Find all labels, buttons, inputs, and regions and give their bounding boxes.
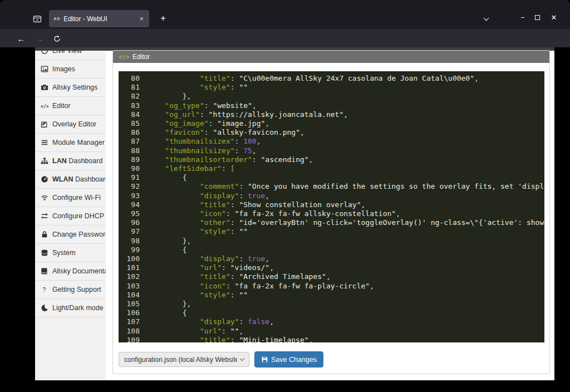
code-line: 95 "icon": "fa fa-2x fa-fw allsky-conste…	[119, 209, 544, 218]
sidebar-item-configure-dhcp[interactable]: Configure DHCP	[35, 207, 106, 226]
page-viewport: Live ViewImagesAllsky Settings</>EditorO…	[0, 47, 570, 392]
code-text: "url": "",	[148, 327, 243, 336]
sidebar-item-label: System	[52, 249, 76, 257]
image-icon	[41, 65, 48, 73]
panel-title: Editor	[132, 53, 150, 61]
code-line: 93 "display": true,	[119, 192, 544, 200]
code-text: "icon": "fa fa-2x fa-fw allsky-constella…	[148, 209, 400, 218]
file-select[interactable]: configuration.json (local Allsky Website…	[119, 352, 249, 367]
sidebar-item-lan-dashboard[interactable]: LAN Dashboard	[35, 152, 106, 170]
reload-button[interactable]	[50, 32, 63, 45]
sidebar-item-label: Change Password	[52, 231, 106, 238]
sitemap-icon	[41, 157, 48, 165]
code-line: 108 "url": "",	[119, 327, 544, 336]
code-text: "display": true,	[148, 192, 269, 200]
back-button[interactable]: ←	[14, 32, 28, 45]
browser-tab[interactable]: AS Editor - WebUI ×	[49, 10, 149, 27]
maximize-button[interactable]	[532, 13, 542, 22]
line-number: 100	[119, 254, 148, 263]
code-text: },	[148, 237, 191, 246]
line-number: 94	[119, 200, 148, 209]
line-number: 93	[119, 192, 148, 200]
system-icon	[41, 249, 48, 257]
list-icon	[41, 139, 48, 146]
code-line: 81 "style": ""	[119, 83, 544, 92]
sidebar-item-system[interactable]: System	[35, 244, 106, 262]
sidebar-item-live-view[interactable]: Live View	[35, 51, 106, 60]
code-line: 100 "display": true,	[119, 254, 544, 263]
code-line: 103 "icon": "fa fa-2x fa-fw fa-play-circ…	[119, 282, 544, 291]
code-line: 87 "thumbnailsizex": 100,	[119, 137, 544, 146]
code-line: 92 "comment": "Once you have modified th…	[119, 182, 544, 191]
code-line: 101 "url": "videos/",	[119, 263, 544, 272]
line-number: 109	[119, 336, 148, 342]
line-number: 104	[119, 291, 148, 300]
exchange-icon	[41, 212, 48, 220]
line-number: 105	[119, 300, 148, 308]
line-number: 80	[119, 74, 148, 83]
code-text: "style": ""	[148, 83, 248, 92]
sidebar: Live ViewImagesAllsky Settings</>EditorO…	[35, 51, 106, 380]
sidebar-item-editor[interactable]: </>Editor	[35, 97, 106, 115]
sidebar-item-label: Images	[52, 65, 75, 73]
page-scrollbar[interactable]	[550, 51, 554, 380]
firefox-view-icon[interactable]	[30, 12, 45, 26]
line-number: 99	[119, 246, 148, 254]
save-button-label: Save Changes	[271, 356, 317, 364]
line-number: 89	[119, 155, 148, 164]
code-text: },	[148, 300, 191, 308]
code-text: "title": "C\u00e0mera AllSky 24x7 casola…	[148, 74, 479, 83]
sidebar-item-configure-wi-fi[interactable]: Configure Wi-Fi	[35, 189, 106, 207]
line-number: 107	[119, 317, 148, 326]
code-line: 109 "title": "Mini-timelapse",	[119, 336, 544, 342]
new-tab-button[interactable]: +	[156, 11, 170, 26]
sidebar-item-images[interactable]: Images	[35, 60, 106, 79]
line-number: 102	[119, 272, 148, 281]
code-line: 84 "og_url": "https://allsky.joancatala.…	[119, 110, 544, 119]
code-line: 97 "style": ""	[119, 227, 544, 236]
sidebar-item-allsky-documentation[interactable]: Allsky Documentation	[35, 262, 106, 281]
save-icon	[261, 356, 268, 363]
line-number: 81	[119, 83, 148, 92]
sidebar-item-getting-support[interactable]: ?Getting Support	[35, 281, 106, 299]
code-text: "og_image": "image.jpg",	[148, 119, 269, 128]
gauge-icon	[41, 175, 48, 183]
code-text: "favicon": "allsky-favicon.png",	[148, 128, 304, 137]
save-button[interactable]: Save Changes	[254, 351, 323, 367]
tab-bar: AS Editor - WebUI × + − ✕	[0, 0, 570, 29]
navigation-toolbar: ← → allsky.joancatala.net/index.php?page…	[0, 29, 570, 47]
tab-title: Editor - WebUI	[63, 15, 135, 23]
list-tabs-chevron-icon[interactable]	[481, 13, 491, 22]
code-text: {	[148, 173, 186, 182]
code-icon: </>	[119, 53, 130, 61]
chevron-down-icon	[240, 356, 244, 361]
sidebar-item-change-password[interactable]: Change Password	[35, 226, 106, 244]
code-line: 91 {	[119, 173, 544, 182]
svg-text:?: ?	[43, 286, 46, 293]
minimize-button[interactable]: −	[518, 13, 528, 22]
close-button[interactable]: ✕	[549, 13, 559, 22]
browser-window: AS Editor - WebUI × + − ✕ ← → allsky.joa…	[0, 0, 570, 392]
code-line: 105 },	[119, 300, 544, 308]
editor-panel: </> Editor 80 "title": "C\u00e0mera AllS…	[112, 50, 550, 374]
lock-icon	[41, 231, 48, 238]
code-text: "title": "Show constellation overlay",	[148, 200, 365, 209]
code-line: 86 "favicon": "allsky-favicon.png",	[119, 128, 544, 137]
sidebar-item-light-dark-mode[interactable]: Light/Dark mode	[35, 299, 106, 317]
code-text: "og_url": "https://allsky.joancatala.net…	[148, 110, 348, 119]
code-editor[interactable]: 80 "title": "C\u00e0mera AllSky 24x7 cas…	[119, 71, 544, 342]
line-number: 85	[119, 119, 148, 128]
sidebar-item-module-manager[interactable]: Module Manager	[35, 134, 106, 152]
code-text: "url": "videos/",	[148, 263, 274, 272]
sidebar-item-wlan-dashboard[interactable]: WLAN Dashboard	[35, 170, 106, 189]
sidebar-item-label: Overlay Editor	[52, 120, 96, 128]
wifi-icon	[41, 194, 48, 202]
tab-close-icon[interactable]: ×	[138, 14, 145, 23]
line-number: 87	[119, 137, 148, 146]
sidebar-item-allsky-settings[interactable]: Allsky Settings	[35, 79, 106, 97]
line-number: 86	[119, 128, 148, 137]
code-line: 96 "other": "id='overlayBtn' ng-click='t…	[119, 218, 544, 227]
sidebar-item-overlay-editor[interactable]: Overlay Editor	[35, 115, 106, 134]
code-text: "comment": "Once you have modified the s…	[148, 182, 544, 191]
forward-button[interactable]: →	[32, 32, 46, 45]
